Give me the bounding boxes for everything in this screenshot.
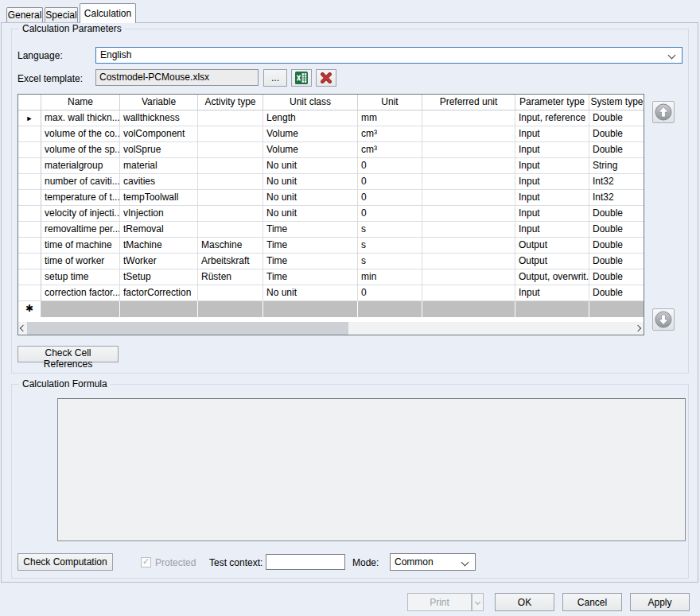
cell-unit[interactable]: 0 bbox=[358, 158, 422, 174]
cell-unit-class[interactable]: Time bbox=[263, 222, 358, 238]
tab-special[interactable]: Special bbox=[45, 7, 78, 23]
cell-parameter-type[interactable]: Input bbox=[515, 174, 589, 190]
cell-unit[interactable]: s bbox=[358, 238, 422, 254]
cell-activity-type[interactable] bbox=[198, 190, 263, 206]
tab-calculation[interactable]: Calculation bbox=[80, 3, 136, 23]
cell-system-type[interactable]: Double bbox=[589, 285, 644, 301]
cell-unit-class[interactable]: Time bbox=[263, 269, 358, 285]
row-header-cell[interactable] bbox=[18, 142, 41, 158]
browse-button[interactable]: ... bbox=[263, 69, 287, 87]
cell-variable[interactable]: tMachine bbox=[120, 238, 198, 254]
cell-variable[interactable]: volComponent bbox=[120, 126, 198, 142]
cell-variable[interactable]: tRemoval bbox=[120, 222, 198, 238]
row-header-cell[interactable] bbox=[18, 269, 41, 285]
new-row-cell-unit-class[interactable] bbox=[263, 301, 358, 317]
cell-activity-type[interactable] bbox=[198, 142, 263, 158]
cell-name[interactable]: correction factor... bbox=[41, 285, 120, 301]
cell-activity-type[interactable] bbox=[198, 158, 263, 174]
cell-system-type[interactable]: Double bbox=[589, 206, 644, 222]
new-row[interactable]: ✱ bbox=[18, 301, 644, 317]
cell-variable[interactable]: tWorker bbox=[120, 254, 198, 269]
print-options-button[interactable] bbox=[472, 593, 484, 611]
row-header-cell[interactable] bbox=[18, 174, 41, 190]
cell-name[interactable]: time of worker bbox=[41, 254, 120, 269]
cell-name[interactable]: setup time bbox=[41, 269, 120, 285]
cell-parameter-type[interactable]: Output bbox=[515, 238, 589, 254]
check-computation-button[interactable]: Check Computation bbox=[18, 553, 113, 571]
cell-preferred-unit[interactable] bbox=[422, 110, 515, 126]
cell-name[interactable]: velocity of injecti... bbox=[41, 206, 120, 222]
cell-unit[interactable]: 0 bbox=[358, 206, 422, 222]
new-row-cell-parameter-type[interactable] bbox=[515, 301, 589, 317]
excel-template-field[interactable]: Costmodel-PCMouse.xlsx bbox=[95, 69, 259, 86]
cell-system-type[interactable]: Double bbox=[589, 254, 644, 269]
cell-unit[interactable]: s bbox=[358, 222, 422, 238]
cell-parameter-type[interactable]: Input bbox=[515, 126, 589, 142]
cell-variable[interactable]: wallthickness bbox=[120, 110, 198, 126]
check-cell-references-button[interactable]: Check Cell References bbox=[18, 346, 119, 362]
cell-preferred-unit[interactable] bbox=[422, 126, 515, 142]
row-header-cell[interactable] bbox=[18, 285, 41, 301]
cell-preferred-unit[interactable] bbox=[422, 142, 515, 158]
cell-system-type[interactable]: Int32 bbox=[589, 174, 644, 190]
parameters-table[interactable]: NameVariableActivity typeUnit classUnitP… bbox=[18, 94, 644, 335]
cell-unit-class[interactable]: Length bbox=[263, 110, 358, 126]
cell-system-type[interactable]: String bbox=[589, 158, 644, 174]
test-context-input[interactable] bbox=[266, 554, 345, 570]
cell-unit[interactable]: cm³ bbox=[358, 126, 422, 142]
cell-unit[interactable]: mm bbox=[358, 110, 422, 126]
scroll-right-button[interactable] bbox=[634, 322, 644, 335]
cell-preferred-unit[interactable] bbox=[422, 254, 515, 269]
cell-preferred-unit[interactable] bbox=[422, 174, 515, 190]
row-header-cell[interactable] bbox=[18, 254, 41, 269]
open-excel-button[interactable] bbox=[291, 69, 312, 87]
cell-preferred-unit[interactable] bbox=[422, 269, 515, 285]
cell-name[interactable]: number of caviti... bbox=[41, 174, 120, 190]
cell-preferred-unit[interactable] bbox=[422, 238, 515, 254]
cell-variable[interactable]: tSetup bbox=[120, 269, 198, 285]
cell-activity-type[interactable] bbox=[198, 110, 263, 126]
new-row-cell-system-type[interactable] bbox=[589, 301, 644, 317]
cell-activity-type[interactable] bbox=[198, 222, 263, 238]
cell-unit-class[interactable]: Time bbox=[263, 254, 358, 269]
cell-variable[interactable]: material bbox=[120, 158, 198, 174]
new-row-cell-preferred-unit[interactable] bbox=[422, 301, 515, 317]
column-header-name[interactable]: Name bbox=[41, 95, 120, 110]
cell-preferred-unit[interactable] bbox=[422, 190, 515, 206]
table-corner-cell[interactable] bbox=[18, 95, 41, 110]
cell-name[interactable]: removaltime per... bbox=[41, 222, 120, 238]
column-header-unit[interactable]: Unit bbox=[358, 95, 422, 110]
cell-unit[interactable]: min bbox=[358, 269, 422, 285]
move-row-up-button[interactable] bbox=[652, 101, 675, 123]
new-row-cell-name[interactable] bbox=[41, 301, 120, 317]
row-header-cell[interactable] bbox=[18, 222, 41, 238]
cell-parameter-type[interactable]: Input, reference bbox=[515, 110, 589, 126]
cell-preferred-unit[interactable] bbox=[422, 206, 515, 222]
cell-activity-type[interactable]: Rüsten bbox=[198, 269, 263, 285]
column-header-activity-type[interactable]: Activity type bbox=[198, 95, 263, 110]
cell-parameter-type[interactable]: Input bbox=[515, 206, 589, 222]
row-header-cell[interactable] bbox=[18, 206, 41, 222]
cell-variable[interactable]: tempToolwall bbox=[120, 190, 198, 206]
row-header-cell[interactable] bbox=[18, 126, 41, 142]
delete-template-button[interactable] bbox=[316, 69, 336, 87]
cell-preferred-unit[interactable] bbox=[422, 158, 515, 174]
scrollbar-thumb[interactable] bbox=[27, 322, 348, 335]
cell-unit-class[interactable]: No unit bbox=[263, 158, 358, 174]
cell-parameter-type[interactable]: Input bbox=[515, 142, 589, 158]
cell-unit[interactable]: 0 bbox=[358, 174, 422, 190]
cell-unit[interactable]: 0 bbox=[358, 285, 422, 301]
cell-unit[interactable]: 0 bbox=[358, 190, 422, 206]
cell-unit-class[interactable]: Volume bbox=[263, 142, 358, 158]
cell-activity-type[interactable] bbox=[198, 126, 263, 142]
cell-system-type[interactable]: Double bbox=[589, 142, 644, 158]
tab-general[interactable]: General bbox=[6, 7, 43, 23]
new-row-cell-activity-type[interactable] bbox=[198, 301, 263, 317]
cell-unit-class[interactable]: No unit bbox=[263, 285, 358, 301]
formula-panel[interactable] bbox=[57, 398, 686, 541]
cell-variable[interactable]: factorCorrection bbox=[120, 285, 198, 301]
cell-unit-class[interactable]: No unit bbox=[263, 174, 358, 190]
cell-activity-type[interactable]: Maschine bbox=[198, 238, 263, 254]
row-header-cell[interactable]: ► bbox=[18, 110, 41, 126]
new-row-icon[interactable]: ✱ bbox=[18, 301, 41, 317]
